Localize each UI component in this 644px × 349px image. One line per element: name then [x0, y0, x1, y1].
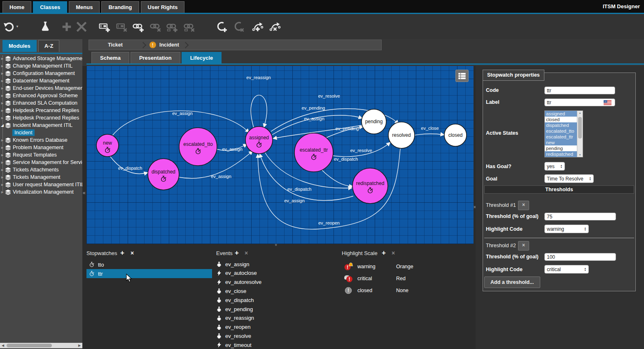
transition-edge-ev_close[interactable]	[415, 134, 444, 135]
expand-closed-icon[interactable]: ▹	[0, 160, 5, 164]
expand-closed-icon[interactable]: ▹	[0, 190, 5, 194]
breadcrumb-item-incident[interactable]: Incident	[159, 42, 179, 48]
canvas-collapse-handle[interactable]: »	[274, 244, 279, 246]
module-item[interactable]: ▹End-user Devices Management	[0, 84, 82, 92]
event-item-ev_autoresolve[interactable]: ev_autoresolve	[216, 278, 261, 286]
scroll-down-icon[interactable]: ▼	[577, 154, 583, 156]
delete-transition-icon[interactable]	[269, 21, 282, 33]
highlight-item-closed[interactable]: !closedNone	[344, 286, 408, 295]
state-node-assigned[interactable]: assigned	[245, 126, 273, 154]
add-highlight-icon[interactable]: +	[382, 249, 386, 257]
event-item-ev_timeout[interactable]: ev_timeout	[216, 341, 252, 349]
chevron-down-icon[interactable]: ▼	[16, 25, 19, 28]
state-node-resolved[interactable]: resolved	[388, 122, 415, 148]
transition-edge-ev_dispatch[interactable]	[110, 156, 147, 174]
event-item-ev_reassign[interactable]: ev_reassign	[216, 314, 254, 322]
code-input[interactable]	[544, 87, 615, 94]
add-event-icon[interactable]: +	[235, 249, 239, 257]
event-item-ev_pending[interactable]: ev_pending	[216, 305, 253, 313]
module-item[interactable]: ▹User request Management ITIL	[0, 181, 82, 188]
module-item[interactable]: ◢Incident Management ITIL	[0, 122, 82, 129]
expand-closed-icon[interactable]: ▹	[0, 86, 5, 90]
scroll-left-icon[interactable]: ◀	[0, 344, 6, 347]
delete-stopwatch-icon[interactable]: ×	[131, 250, 134, 256]
highlight-item-critical[interactable]: !criticalRed	[344, 274, 406, 283]
expand-closed-icon[interactable]: ▹	[0, 153, 5, 157]
transition-edge-ev_dispatch[interactable]	[322, 170, 352, 186]
event-item-ev_dispatch[interactable]: ev_dispatch	[216, 296, 254, 304]
sidebar-collapse-handle[interactable]: «	[83, 190, 86, 196]
state-node-dispatched[interactable]: dispatched	[148, 159, 179, 190]
state-node-escalated_ttr[interactable]: escalated_ttr	[294, 133, 333, 172]
sidebar-tab-az[interactable]: A-Z	[38, 40, 60, 52]
tab-lifecycle[interactable]: Lifecycle	[182, 52, 222, 64]
expand-closed-icon[interactable]: ▹	[0, 101, 5, 105]
threshold-2-code-select[interactable]: critical ▲▼	[544, 265, 589, 274]
active-states-multiselect[interactable]: assignedcloseddispatchedescalated_ttoesc…	[544, 110, 583, 157]
module-item[interactable]: ▹Request Templates	[0, 151, 82, 159]
expand-closed-icon[interactable]: ▹	[0, 79, 5, 83]
stopwatch-item-tto[interactable]: tto	[86, 260, 136, 269]
highlight-item-warning[interactable]: !warningOrange	[344, 262, 413, 271]
module-item[interactable]: ▹Helpdesk Precanned Replies	[0, 114, 82, 122]
add-state-icon[interactable]	[216, 21, 228, 33]
state-node-escalated_tto[interactable]: escalated_tto	[179, 128, 217, 166]
delete-event-icon[interactable]: ×	[245, 250, 248, 256]
state-node-new[interactable]: new	[96, 134, 119, 157]
expand-closed-icon[interactable]: ▹	[0, 56, 5, 61]
threshold-1-pct-input[interactable]	[544, 213, 616, 220]
expand-closed-icon[interactable]: ▹	[0, 145, 5, 150]
tab-schema[interactable]: Schema	[91, 52, 129, 64]
expand-closed-icon[interactable]: ▹	[0, 175, 5, 179]
sidebar-horizontal-scrollbar[interactable]: ◀ ▶	[0, 343, 82, 348]
expand-open-icon[interactable]: ◢	[0, 123, 5, 127]
event-item-ev_close[interactable]: ev_close	[216, 287, 246, 295]
add-stopwatch-icon[interactable]: +	[120, 249, 124, 257]
module-item[interactable]: ▹Change Management ITIL	[0, 62, 82, 70]
us-flag-icon[interactable]	[604, 100, 611, 105]
has-goal-select[interactable]: yes ▲▼	[544, 162, 565, 171]
nav-tab-classes[interactable]: Classes	[33, 1, 67, 13]
expand-closed-icon[interactable]: ▹	[0, 168, 5, 172]
threshold-2-pct-input[interactable]	[544, 253, 616, 261]
expand-closed-icon[interactable]: ▹	[0, 108, 5, 112]
event-item-ev_assign[interactable]: ev_assign	[216, 260, 250, 268]
add-transition-icon[interactable]	[252, 21, 264, 33]
remove-threshold-2-button[interactable]: ×	[518, 241, 529, 251]
module-item[interactable]: ▹Problem Management	[0, 144, 82, 151]
module-item[interactable]: ▹Enhanced Approval Scheme	[0, 92, 82, 99]
breadcrumb-item-ticket[interactable]: Ticket	[89, 42, 137, 48]
event-item-ev_reopen[interactable]: ev_reopen	[216, 323, 250, 331]
lifecycle-canvas[interactable]: ev_reassignev_assignev_dispatchev_assign…	[86, 66, 474, 244]
module-item[interactable]: ▹Configuration Management	[0, 70, 82, 77]
expand-closed-icon[interactable]: ▹	[0, 183, 5, 187]
module-item[interactable]: ▹Virtualization Management	[0, 188, 82, 196]
state-node-redispatched[interactable]: redispatched	[352, 168, 388, 204]
state-node-pending[interactable]: pending	[362, 109, 386, 134]
module-item[interactable]: ▹Tickets Attachments	[0, 166, 82, 173]
module-item[interactable]: ▹Service Management for Service Provider…	[0, 159, 82, 166]
expand-closed-icon[interactable]: ▹	[0, 94, 5, 98]
add-field-icon[interactable]	[99, 21, 111, 33]
test-flask-icon[interactable]	[40, 21, 52, 33]
nav-tab-menus[interactable]: Menus	[69, 1, 100, 13]
state-node-closed[interactable]: closed	[444, 124, 467, 146]
expand-closed-icon[interactable]: ▹	[0, 116, 5, 120]
module-item[interactable]: ▹Enhanced SLA Computation	[0, 99, 82, 107]
goal-select[interactable]: Time To Resolve ▲▼	[544, 174, 594, 183]
scroll-right-icon[interactable]: ▶	[77, 344, 82, 347]
event-item-ev_resolve[interactable]: ev_resolve	[216, 332, 251, 340]
scrollbar-thumb[interactable]	[7, 344, 52, 347]
tab-presentation[interactable]: Presentation	[131, 52, 180, 64]
event-item-ev_autoclose[interactable]: ev_autoclose	[216, 269, 257, 277]
scroll-up-icon[interactable]: ▲	[577, 112, 583, 114]
expand-closed-icon[interactable]: ▹	[0, 138, 5, 142]
transition-edge-ev_reassign[interactable]	[251, 95, 267, 127]
module-item[interactable]: ▹Advanced Storage Management	[0, 55, 82, 62]
stopwatch-item-ttr[interactable]: ttr	[86, 269, 212, 278]
undo-icon[interactable]: ▼	[3, 21, 21, 33]
delete-highlight-icon[interactable]: ×	[392, 250, 395, 256]
diagram-options-button[interactable]	[455, 70, 469, 82]
class-item-incident[interactable]: Incident	[0, 129, 82, 136]
multiselect-scrollbar[interactable]: ▲ ▼	[577, 111, 583, 157]
